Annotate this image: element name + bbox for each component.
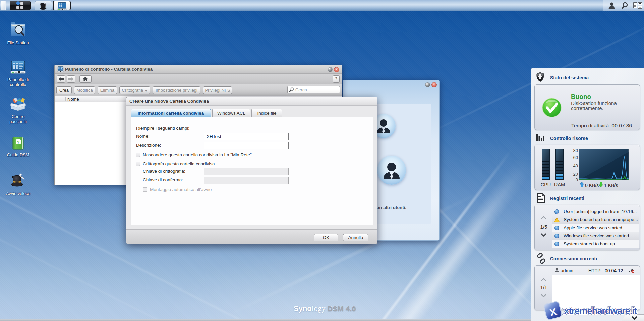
svg-text:?: ? [17,140,20,145]
svg-text:xtremehardware.it: xtremehardware.it [564,306,637,316]
